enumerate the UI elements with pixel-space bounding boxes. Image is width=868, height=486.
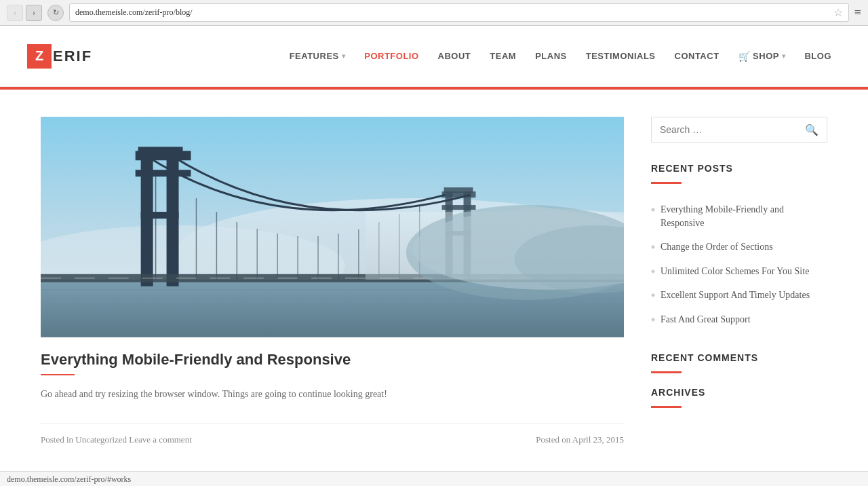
logo-box: Z	[27, 44, 52, 69]
post-date: Posted on April 23, 2015	[536, 434, 624, 445]
nav-shop[interactable]: 🛒 SHOP ▾	[729, 44, 795, 69]
refresh-button[interactable]: ↻	[47, 5, 64, 21]
recent-post-link-1[interactable]: Everything Mobile-Friendly and Responsiv…	[660, 203, 827, 229]
main-navigation: FEATURES ▾ PORTFOLIO ABOUT TEAM PLANS TE…	[280, 44, 841, 69]
forward-button[interactable]: ›	[26, 5, 42, 21]
list-item: Unlimited Color Schemes For You Site	[651, 259, 827, 284]
recent-comments-widget: RECENT COMMENTS	[651, 352, 827, 373]
recent-posts-underline	[651, 182, 682, 184]
svg-rect-15	[442, 205, 476, 210]
sidebar: 🔍 RECENT POSTS Everything Mobile-Friendl…	[651, 117, 827, 445]
nav-features[interactable]: FEATURES ▾	[280, 44, 355, 68]
nav-testimonials[interactable]: TESTIMONIALS	[576, 44, 665, 68]
category-link[interactable]: Uncategorized	[75, 434, 127, 445]
nav-about[interactable]: ABOUT	[429, 44, 481, 68]
recent-posts-title: RECENT POSTS	[651, 163, 827, 174]
archives-title: ARCHIVES	[651, 387, 827, 398]
recent-post-link-3[interactable]: Unlimited Color Schemes For You Site	[660, 265, 809, 278]
search-button[interactable]: 🔍	[797, 118, 827, 142]
search-input-wrap: 🔍	[651, 117, 827, 143]
nav-contact[interactable]: CONTACT	[665, 44, 729, 68]
logo[interactable]: Z ERIF	[27, 44, 92, 69]
svg-rect-17	[444, 187, 473, 193]
recent-comments-title: RECENT COMMENTS	[651, 352, 827, 363]
status-bar: demo.themeisle.com/zerif-pro/#works	[0, 471, 868, 472]
address-bar[interactable]: demo.themeisle.com/zerif-pro/blog/ ☆	[69, 3, 849, 22]
recent-post-link-5[interactable]: Fast And Great Support	[660, 313, 751, 326]
logo-letter: Z	[35, 48, 43, 64]
bookmark-icon[interactable]: ☆	[833, 6, 843, 19]
post-category: Posted in Uncategorized Leave a comment	[41, 434, 192, 445]
site-header: Z ERIF FEATURES ▾ PORTFOLIO ABOUT TEAM P…	[0, 26, 868, 87]
logo-name: ERIF	[53, 48, 92, 65]
browser-nav-buttons: ‹ ›	[7, 5, 42, 21]
cart-icon: 🛒	[738, 51, 751, 62]
recent-comments-underline	[651, 371, 682, 373]
recent-posts-list: Everything Mobile-Friendly and Responsiv…	[651, 198, 827, 332]
nav-portfolio[interactable]: PORTFOLIO	[355, 44, 428, 68]
back-button[interactable]: ‹	[7, 5, 23, 21]
search-icon: 🔍	[805, 124, 818, 136]
recent-post-link-4[interactable]: Excellent Support And Timely Updates	[660, 288, 810, 302]
content-area: Everything Mobile-Friendly and Responsiv…	[41, 117, 624, 445]
date-link[interactable]: April 23, 2015	[572, 434, 624, 445]
list-item: Excellent Support And Timely Updates	[651, 283, 827, 307]
url-text: demo.themeisle.com/zerif-pro/blog/	[75, 7, 193, 18]
features-dropdown-arrow: ▾	[342, 52, 346, 60]
hero-image	[41, 117, 624, 337]
list-item: Everything Mobile-Friendly and Responsiv…	[651, 198, 827, 235]
search-input[interactable]	[652, 117, 797, 142]
svg-rect-10	[141, 212, 179, 219]
post-title[interactable]: Everything Mobile-Friendly and Responsiv…	[41, 351, 624, 369]
nav-team[interactable]: TEAM	[480, 44, 526, 68]
post-meta: Posted in Uncategorized Leave a comment …	[41, 423, 624, 445]
list-item: Change the Order of Sections	[651, 235, 827, 259]
list-item: Fast And Great Support	[651, 307, 827, 332]
nav-blog[interactable]: BLOG	[795, 44, 841, 68]
svg-rect-11	[138, 147, 183, 153]
comment-link[interactable]: Leave a comment	[129, 434, 191, 445]
archives-widget: ARCHIVES	[651, 387, 827, 408]
recent-posts-widget: RECENT POSTS Everything Mobile-Friendly …	[651, 163, 827, 332]
bridge-illustration	[41, 117, 624, 337]
browser-menu-button[interactable]: ≡	[854, 5, 861, 20]
recent-post-link-2[interactable]: Change the Order of Sections	[660, 240, 773, 254]
shop-dropdown-arrow: ▾	[782, 52, 786, 60]
post-title-underline	[41, 374, 75, 375]
post-excerpt: Go ahead and try resizing the browser wi…	[41, 386, 624, 403]
search-widget: 🔍	[651, 117, 827, 143]
archives-underline	[651, 406, 682, 408]
main-content: Everything Mobile-Friendly and Responsiv…	[27, 90, 841, 472]
nav-plans[interactable]: PLANS	[526, 44, 576, 68]
browser-chrome: ‹ › ↻ demo.themeisle.com/zerif-pro/blog/…	[0, 0, 868, 26]
